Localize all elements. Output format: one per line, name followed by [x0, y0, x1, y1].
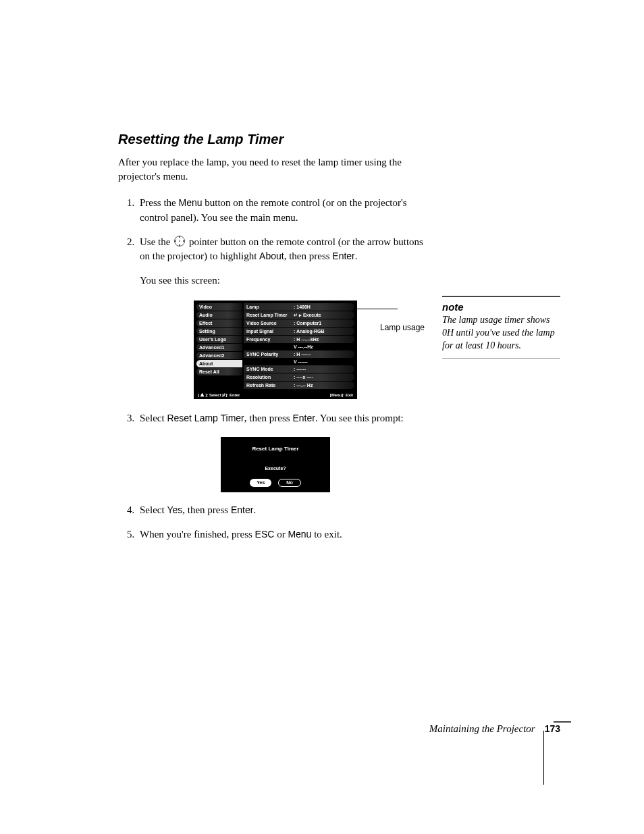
row-reset-lamp-timer: Reset Lamp Timer↵ ▸ Execute [244, 311, 354, 319]
row-input-signal: Input Signal: Analog-RGB [244, 328, 354, 335]
reset-lamp-timer-term: Reset Lamp Timer [167, 413, 244, 423]
callout: Lamp usage [357, 303, 445, 315]
intro-paragraph: After you replace the lamp, you need to … [118, 155, 429, 184]
row-frequency-v: V ---.--Hz [244, 344, 354, 350]
menu-tab-about: About [196, 360, 242, 367]
step-5-text-a: When you're finished, press [140, 529, 255, 540]
step-5-text-b: or [274, 529, 288, 540]
row-sync-polarity-v: V ------ [244, 359, 354, 365]
about-term: About [259, 251, 284, 261]
row-resolution: Resolution: ----x ---- [244, 373, 354, 381]
step-2-text-c: , then press [284, 251, 333, 261]
menu-tab-effect: Effect [196, 319, 242, 327]
menu-term: Menu [179, 197, 203, 208]
step-3: Select Reset Lamp Timer, then press Ente… [137, 411, 429, 492]
footer-chapter: Maintaining the Projector [429, 723, 535, 734]
prompt-question: Execute? [221, 465, 330, 472]
step-2-text-e: You see this screen: [140, 273, 429, 288]
note-title: note [442, 301, 560, 313]
menu-screenshot: Video Audio Effect Setting User's Logo A… [194, 301, 429, 400]
step-2: Use the pointer button on the remote con… [137, 235, 429, 400]
footer-page-number: 173 [545, 723, 560, 734]
step-1-text-a: Press the [140, 197, 179, 208]
step-1: Press the Menu button on the remote cont… [137, 196, 429, 226]
row-lamp: Lamp: 1400H [244, 303, 354, 311]
menu-tab-video: Video [196, 303, 242, 311]
step-2-text-d: . [355, 251, 358, 261]
footer-rule [554, 721, 571, 723]
note-body: The lamp usage timer shows 0H until you'… [442, 314, 560, 359]
enter-term-3: Enter [231, 504, 253, 515]
step-3-text-a: Select [140, 413, 167, 423]
enter-term-2: Enter [292, 413, 315, 423]
prompt-yes-button: Yes [250, 479, 271, 487]
pointer-icon [174, 236, 185, 246]
menu-tab-advanced2: Advanced2 [196, 352, 242, 359]
step-4-text-b: , then press [182, 504, 231, 515]
section-heading: Resetting the Lamp Timer [118, 132, 429, 147]
menu-footer-left: [ ⯅ ]: Select [↵]: Enter [198, 392, 240, 398]
step-2-text-a: Use the [140, 236, 173, 247]
step-5: When you're finished, press ESC or Menu … [137, 527, 429, 542]
step-4-text-a: Select [140, 504, 167, 515]
row-sync-polarity: SYNC Polarity: H ------ [244, 350, 354, 358]
row-video-source: Video Source: Computer1 [244, 319, 354, 327]
menu-tab-setting: Setting [196, 328, 242, 335]
menu-right-rows: Lamp: 1400H Reset Lamp Timer↵ ▸ Execute … [242, 303, 354, 390]
row-refresh-rate: Refresh Rate: ---.-- Hz [244, 382, 354, 389]
step-3-text-b: , then press [244, 413, 293, 423]
menu-term-2: Menu [288, 529, 311, 540]
steps-list: Press the Menu button on the remote cont… [118, 196, 429, 542]
step-5-text-c: to exit. [311, 529, 342, 540]
prompt-screenshot: Reset Lamp Timer Execute? Yes No [221, 437, 330, 492]
row-frequency: Frequency: H ---.--kHz [244, 336, 354, 343]
step-3-text-c: . You see this prompt: [315, 413, 404, 423]
page-footer: Maintaining the Projector 173 [413, 723, 560, 735]
note-sidebar: note The lamp usage timer shows 0H until… [442, 296, 560, 359]
menu-footer: [ ⯅ ]: Select [↵]: Enter [Menu]: Exit [194, 391, 357, 400]
enter-term: Enter [332, 251, 354, 261]
menu-tab-userslogo: User's Logo [196, 336, 242, 343]
step-4-text-c: . [253, 504, 256, 515]
menu-tab-advanced1: Advanced1 [196, 344, 242, 351]
menu-tab-audio: Audio [196, 311, 242, 319]
footer-vertical-line [543, 731, 544, 785]
esc-term: ESC [255, 529, 275, 540]
callout-line [357, 309, 398, 309]
menu-footer-right: [Menu]: Exit [330, 392, 353, 398]
yes-term: Yes [167, 504, 182, 515]
menu-left-tabs: Video Audio Effect Setting User's Logo A… [196, 303, 242, 390]
prompt-title: Reset Lamp Timer [221, 445, 330, 453]
callout-text: Lamp usage [380, 322, 425, 334]
menu-tab-resetall: Reset All [196, 368, 242, 375]
row-sync-mode: SYNC Mode: ------ [244, 365, 354, 373]
step-4: Select Yes, then press Enter. [137, 503, 429, 518]
prompt-no-button: No [278, 479, 300, 487]
